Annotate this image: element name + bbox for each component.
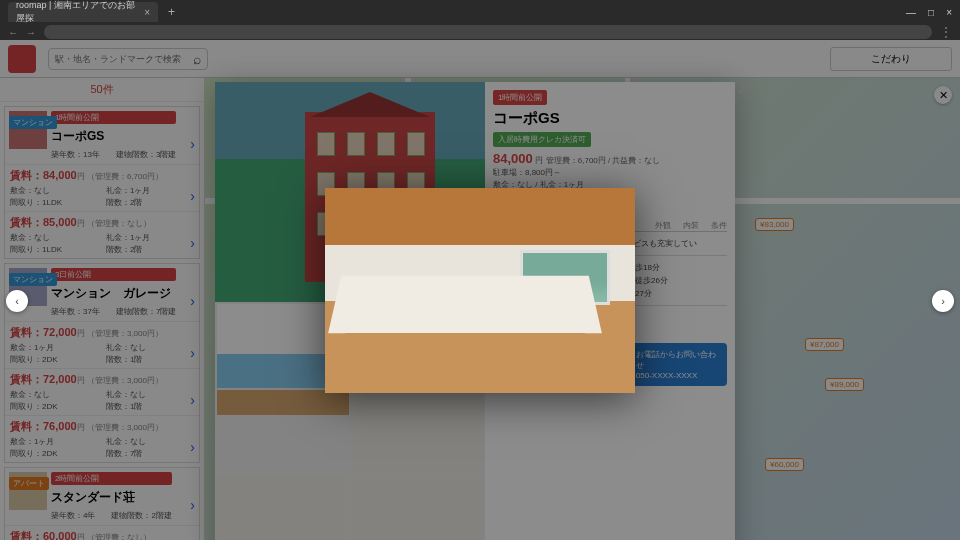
forward-icon[interactable]: → [26, 27, 36, 38]
lightbox-overlay[interactable]: ‹ › [0, 40, 960, 540]
address-bar[interactable] [44, 25, 932, 39]
maximize-icon[interactable]: □ [928, 7, 934, 18]
lightbox-next-icon[interactable]: › [932, 290, 954, 312]
window-close-icon[interactable]: × [946, 7, 952, 18]
browser-tab[interactable]: roomap | 湘南エリアでのお部屋探 × [8, 2, 158, 22]
browser-chrome: roomap | 湘南エリアでのお部屋探 × + — □ × ← → ⋮ [0, 0, 960, 40]
lightbox-image [325, 188, 635, 393]
tab-close-icon[interactable]: × [144, 7, 150, 18]
lightbox-prev-icon[interactable]: ‹ [6, 290, 28, 312]
menu-icon[interactable]: ⋮ [940, 25, 952, 39]
back-icon[interactable]: ← [8, 27, 18, 38]
tab-title: roomap | 湘南エリアでのお部屋探 [16, 0, 138, 25]
new-tab-button[interactable]: + [162, 5, 181, 19]
minimize-icon[interactable]: — [906, 7, 916, 18]
